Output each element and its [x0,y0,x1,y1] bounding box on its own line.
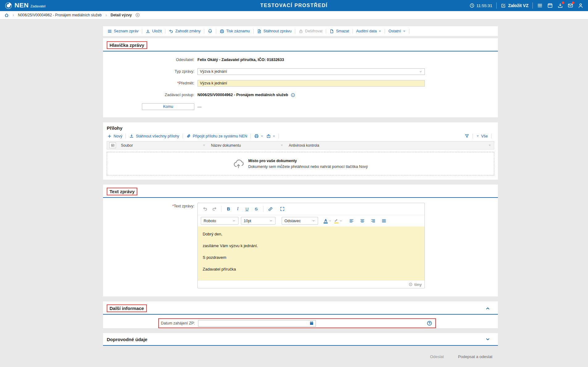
delete-button[interactable]: Smazat [329,29,350,34]
compose-icon [501,3,506,8]
info-icon[interactable] [291,93,295,97]
section-divider [103,197,498,198]
section-title: Hlavička zprávy [110,43,144,48]
attachments-dropzone[interactable]: Místo pro vaše dokumenty Dokumenty sem m… [107,152,494,175]
filter-all-label: Vše [481,134,488,138]
dropzone-text: Místo pro vaše dokumenty Dokumenty sem m… [248,159,368,169]
font-family-select[interactable]: Roboto [201,217,238,225]
divider [251,134,251,138]
discard-changes-button[interactable]: Zahodit změny [168,29,201,34]
form-row-procedure: Zadávací postup: N006/25/V00004962 - Pro… [103,92,498,98]
discard-changes-label: Zahodit změny [175,29,201,33]
message-list-button[interactable]: Seznam zpráv [107,29,139,34]
align-justify-button[interactable] [380,217,388,225]
section-title: Text zprávy [110,189,135,194]
close-circle-icon[interactable] [135,13,140,18]
editor-paragraph: zasíláme Vám výzvu k jednání. [203,243,420,249]
calendar-icon[interactable] [547,2,553,9]
messages-icon[interactable] [567,2,574,9]
editor-underline-button[interactable]: U [243,205,251,213]
print-record-label: Tisk záznamu [226,29,250,33]
audit-data-button[interactable]: Auditní data [356,29,382,33]
highlight-box: Hlavička zprávy [107,41,147,49]
chevron-down-icon [329,219,332,222]
text-color-button[interactable]: A [324,218,332,223]
editor-strikethrough-button[interactable]: S [252,205,260,213]
divider [326,29,326,34]
filter-button[interactable] [464,134,470,138]
date-field-highlight: Datum zahájení ZP: [158,318,436,328]
filter-triangle-icon[interactable] [488,144,491,147]
help-icon[interactable] [427,320,432,326]
create-vz-button[interactable]: Založit VZ [501,3,528,8]
document-icon [329,29,334,34]
message-header-card: Hlavička zprávy Odesílatel: Felix Okátý … [103,38,498,117]
print-menu-button[interactable] [254,134,264,138]
attach-icon [186,134,191,138]
collapse-section-button[interactable] [484,305,491,312]
editor-redo-button[interactable] [210,205,218,213]
home-icon[interactable] [4,13,9,18]
subject-label-wrap: *Předmět: [103,81,194,85]
column-header-file[interactable]: Soubor [118,141,208,149]
download-all-attachments-button[interactable]: Stáhnout všechny přílohy [129,134,180,138]
divider [409,29,409,34]
table-icon [111,143,115,147]
editor-undo-button[interactable] [201,205,209,213]
message-type-select[interactable]: Výzva k jednání [197,68,425,75]
triangle-down-icon [403,30,406,33]
user-icon[interactable] [578,2,584,9]
save-button[interactable]: Uložit [145,29,162,34]
editor-italic-button[interactable]: I [234,205,242,213]
expand-section-button[interactable] [484,336,491,343]
highlight-color-button[interactable] [334,218,342,223]
nen-logo-icon[interactable] [4,2,13,10]
calendar-icon[interactable] [309,321,314,325]
divider [473,134,473,138]
rich-text-editor: B I U S Roboto 10pt [197,203,425,288]
editor-link-button[interactable] [266,205,275,213]
filter-triangle-icon[interactable] [203,144,205,147]
filter-triangle-icon[interactable] [280,144,283,147]
block-format-select[interactable]: Odstavec [282,217,318,225]
breadcrumb-procedure[interactable]: N006/25/V00004962 - Pronájem mediálních … [18,13,102,17]
attach-from-nen-button[interactable]: Připojit přílohu ze systému NEN [186,134,248,138]
column-header-antivirus[interactable]: Antivirová kontrola [286,141,494,149]
download-message-button[interactable]: Stáhnout zprávu [256,29,292,34]
downloads-icon[interactable] [557,2,563,9]
printer-icon [254,134,259,138]
create-vz-label: Založit VZ [508,3,528,8]
subject-input[interactable]: Výzva k jednání [197,80,425,87]
sign-and-send-button[interactable]: Podepsat a odeslat [458,354,492,359]
date-input[interactable] [198,320,316,327]
column-header-document-name[interactable]: Název dokumentu [208,141,286,149]
send-button[interactable]: Odeslat [430,354,444,359]
chevron-right-icon [105,14,108,17]
redo-icon [212,206,217,211]
highlight-color-bar [334,222,338,223]
recipients-button[interactable]: Komu [142,103,194,110]
font-size-select[interactable]: 10pt [241,217,275,225]
editor-content[interactable]: Dobrý den, zasíláme Vám výzvu k jednání.… [198,226,424,280]
attachments-toolbar: Nový Stáhnout všechny přílohy Připojit p… [103,131,498,141]
export-menu-button[interactable] [266,134,276,138]
print-record-button[interactable]: Tisk záznamu [219,29,251,34]
editor-toolbar-row1: B I U S [198,203,424,215]
align-left-button[interactable] [347,217,356,225]
other-button[interactable]: Ostatní [388,29,406,33]
align-right-button[interactable] [369,217,377,225]
menu-icon[interactable] [537,2,543,9]
message-text-label-wrap: *Text zprávy: [103,203,194,288]
editor-paragraph: Zadavatel příručka [203,266,420,272]
undo-icon [169,29,173,34]
editor-fullscreen-button[interactable] [278,205,286,213]
align-center-button[interactable] [358,217,366,225]
dropzone-subtitle: Dokumenty sem můžete přetáhnout nebo nah… [248,165,368,169]
column-settings-button[interactable] [107,142,118,148]
topbar-actions: 11:55:31 Založit VZ [470,2,584,9]
command-toolbar: Seznam zpráv Uložit Zahodit změny Tisk z… [103,26,498,36]
editor-bold-button[interactable]: B [224,205,233,213]
new-attachment-button[interactable]: Nový [107,134,123,138]
notifications-button[interactable] [207,29,213,34]
filter-all-button[interactable]: Vše [476,134,488,138]
